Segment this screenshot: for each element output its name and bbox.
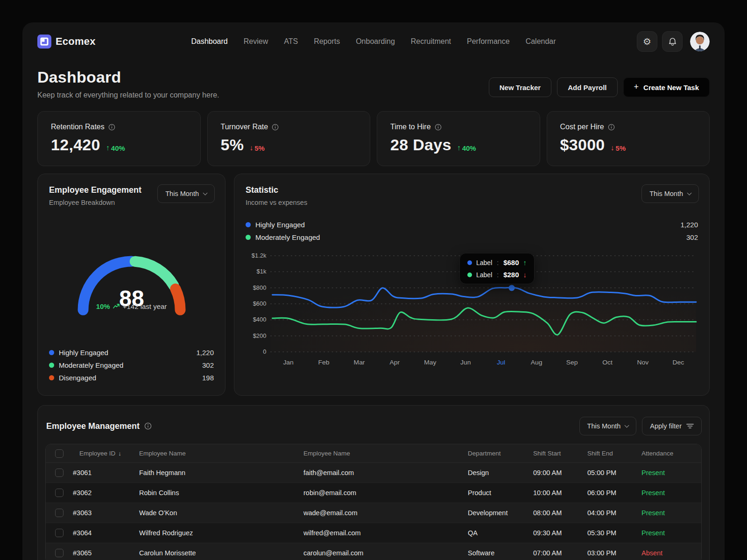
cell-department: QA: [461, 529, 527, 537]
table-row[interactable]: #3061Faith Hegmannfaith@email.comDesign0…: [46, 463, 701, 483]
trend-up-icon: [113, 303, 120, 309]
svg-text:$1k: $1k: [257, 268, 267, 275]
sort-descending-icon[interactable]: ↓: [118, 450, 121, 457]
row-checkbox[interactable]: [55, 469, 63, 477]
cell-shift-end: 06:00 PM: [581, 489, 635, 497]
info-icon: [608, 124, 615, 131]
row-checkbox-cell: [46, 549, 73, 557]
create-new-task-button[interactable]: + Create New Task: [623, 77, 710, 97]
svg-text:Apr: Apr: [390, 359, 400, 366]
svg-text:May: May: [424, 359, 436, 366]
arrow-up-icon: ↑: [523, 259, 527, 266]
new-tracker-button[interactable]: New Tracker: [489, 77, 551, 97]
employee-table: Employee ID↓Employee NameEmployee NameDe…: [45, 444, 702, 560]
row-checkbox-cell: [46, 469, 73, 477]
stat-delta: ↓5%: [249, 144, 265, 152]
page-head: Dashboard Keep track of everything relat…: [37, 68, 710, 105]
legend-label: Highly Engaged: [59, 349, 108, 357]
cell-department: Design: [461, 469, 527, 476]
apply-filter-button[interactable]: Apply filter: [642, 417, 702, 435]
nav-item-recruitment[interactable]: Recruitment: [411, 37, 451, 46]
nav-item-onboarding[interactable]: Onboarding: [356, 37, 395, 46]
bell-icon: [668, 37, 677, 47]
brand-name: Ecomex: [56, 35, 96, 48]
stat-value: 12,420: [51, 136, 100, 154]
management-period-select[interactable]: This Month: [579, 417, 637, 435]
table-row[interactable]: #3065Carolun Morissettecarolun@email.com…: [46, 543, 701, 560]
gauge-change-pct: 10%: [96, 302, 110, 310]
column-header[interactable]: Shift End: [581, 450, 635, 457]
svg-text:Dec: Dec: [673, 359, 684, 366]
notifications-button[interactable]: [662, 31, 683, 52]
chevron-down-icon: [203, 191, 208, 196]
svg-text:Aug: Aug: [531, 359, 543, 366]
row-checkbox-cell: [46, 509, 73, 517]
tooltip-colon: :: [497, 271, 499, 279]
svg-text:$800: $800: [253, 285, 267, 291]
table-row[interactable]: #3064Wilfred Rodriguezwilfred@email.comQ…: [46, 523, 701, 543]
row-checkbox[interactable]: [55, 509, 63, 517]
column-header[interactable]: Department: [461, 450, 527, 457]
cell-shift-end: 05:30 PM: [581, 529, 635, 537]
tooltip-colon: :: [497, 259, 499, 266]
cell-department: Software: [461, 549, 527, 557]
cell-id: #3064: [73, 529, 133, 537]
user-avatar[interactable]: [690, 32, 710, 51]
header-actions: ⚙: [602, 31, 710, 52]
column-header[interactable]: Employee ID↓: [73, 450, 133, 457]
create-new-task-label: Create New Task: [643, 84, 699, 91]
nav-item-calendar[interactable]: Calendar: [526, 37, 556, 46]
arrow-down-icon: ↓: [611, 144, 614, 152]
table-header-row: Employee ID↓Employee NameEmployee NameDe…: [46, 444, 701, 463]
add-payroll-button[interactable]: Add Payroll: [557, 77, 617, 97]
column-header[interactable]: Employee Name: [297, 450, 461, 457]
cell-name: Carolun Morissette: [133, 549, 297, 557]
cell-email: carolun@email.com: [297, 549, 461, 557]
main-nav: DashboardReviewATSReportsOnboardingRecru…: [145, 37, 602, 46]
row-checkbox[interactable]: [55, 489, 63, 497]
select-all-checkbox[interactable]: [55, 449, 63, 458]
row-checkbox-cell: [46, 489, 73, 497]
cell-shift-start: 10:00 AM: [527, 489, 581, 497]
nav-item-dashboard[interactable]: Dashboard: [191, 37, 227, 46]
stat-card: Time to Hire28 Days↑40%: [377, 111, 540, 166]
info-icon: [144, 422, 152, 430]
cell-shift-start: 09:00 AM: [527, 469, 581, 476]
stat-label: Cost per Hire: [560, 123, 604, 131]
row-checkbox[interactable]: [55, 549, 63, 557]
cell-email: faith@email.com: [297, 469, 461, 476]
stat-delta: ↑40%: [457, 144, 476, 152]
stat-cards-row: Retention Rates12,420↑40%Turnover Rate5%…: [37, 111, 710, 166]
statistic-period-select[interactable]: This Month: [641, 184, 699, 203]
statistic-period-value: This Month: [649, 190, 683, 197]
legend-label: Disengaged: [59, 374, 96, 382]
cell-attendance: Present: [635, 489, 701, 497]
new-tracker-label: New Tracker: [500, 84, 541, 91]
table-row[interactable]: #3062Robin Collinsrobin@email.comProduct…: [46, 483, 701, 503]
add-payroll-label: Add Payroll: [568, 84, 606, 91]
nav-item-performance[interactable]: Performance: [467, 37, 510, 46]
row-checkbox[interactable]: [55, 529, 63, 537]
nav-item-reports[interactable]: Reports: [314, 37, 340, 46]
stat-card: Retention Rates12,420↑40%: [37, 111, 201, 166]
svg-text:Mar: Mar: [354, 359, 365, 366]
engagement-period-select[interactable]: This Month: [157, 184, 215, 203]
settings-button[interactable]: ⚙: [637, 31, 657, 52]
cell-attendance: Present: [635, 509, 701, 517]
stat-card: Cost per Hire$3000↓5%: [547, 111, 710, 166]
arrow-up-icon: ↑: [457, 144, 461, 152]
gauge-change-note: +142 last year: [123, 302, 167, 310]
column-header[interactable]: Shift Start: [527, 450, 581, 457]
legend-value: 1,220: [196, 349, 214, 357]
stat-value: $3000: [560, 136, 605, 154]
cell-name: Robin Collins: [133, 489, 297, 497]
tooltip-row: Label:$280↓: [467, 271, 527, 279]
stat-card: Turnover Rate5%↓5%: [207, 111, 371, 166]
nav-item-ats[interactable]: ATS: [284, 37, 298, 46]
nav-item-review[interactable]: Review: [244, 37, 268, 46]
column-header[interactable]: Employee Name: [133, 450, 297, 457]
svg-text:0: 0: [263, 349, 266, 355]
column-header[interactable]: Attendance: [635, 450, 701, 457]
legend-dot: [246, 222, 251, 227]
table-row[interactable]: #3063Wade O'Konwade@email.comDevelopment…: [46, 503, 701, 523]
